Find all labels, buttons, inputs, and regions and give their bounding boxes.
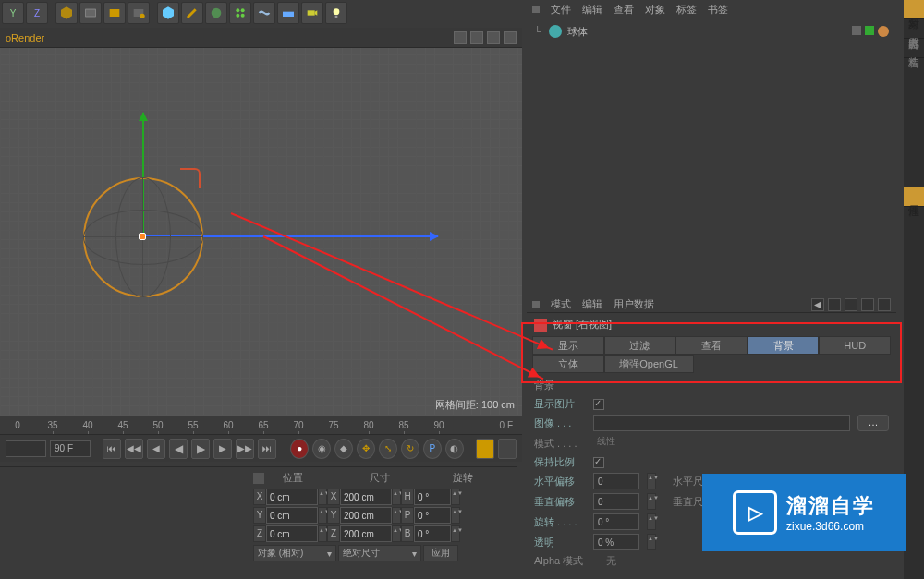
rot-h-input[interactable] [414, 489, 451, 505]
render-settings-button[interactable] [128, 2, 150, 24]
tab-hud[interactable]: HUD [819, 336, 891, 355]
rtab-structure[interactable]: 构造 [904, 39, 924, 58]
rot-b-input[interactable] [414, 525, 451, 542]
bg-rotate-input[interactable] [593, 513, 639, 530]
rot-p-input[interactable] [414, 507, 451, 524]
goto-end-button[interactable]: ⏭ [258, 439, 276, 459]
axis-y-button[interactable]: Y [2, 2, 24, 24]
tab-stereo[interactable]: 立体 [532, 355, 604, 373]
rtab-content-browser[interactable]: 内容浏览器 [904, 19, 924, 39]
key-pla-button[interactable]: ◐ [445, 439, 464, 459]
current-frame-input[interactable] [50, 440, 91, 457]
om-menu-object[interactable]: 对象 [645, 3, 665, 17]
goto-start-button[interactable]: ⏮ [103, 439, 121, 459]
render-button-1[interactable] [79, 2, 102, 24]
timeline-extra-1[interactable] [476, 439, 494, 459]
spinner-icon[interactable]: ▲▼ [451, 525, 460, 542]
rtab-objects[interactable]: 对象 [904, 0, 924, 19]
timeline-extra-2[interactable] [498, 439, 517, 459]
next-key-button[interactable]: ▶▶ [236, 439, 254, 459]
attrib-menu-edit[interactable]: 编辑 [582, 297, 602, 311]
nav-up-icon[interactable] [845, 298, 857, 311]
cube-tool-button[interactable] [55, 2, 78, 24]
viewport-zoom-icon[interactable] [470, 31, 483, 44]
autokey-button[interactable]: ◉ [312, 439, 331, 459]
spinner-icon[interactable]: ▲▼ [318, 525, 327, 542]
origin-gizmo[interactable] [139, 233, 146, 240]
frame-ruler[interactable]: 0 35 40 45 50 55 60 65 70 75 80 85 90 0 … [0, 416, 522, 434]
prev-key-button[interactable]: ◀◀ [125, 439, 143, 459]
om-menu-file[interactable]: 文件 [551, 3, 571, 17]
om-menu-edit[interactable]: 编辑 [582, 3, 602, 17]
history-fwd-icon[interactable] [828, 298, 841, 311]
lock-icon[interactable] [861, 298, 874, 311]
deformer-button[interactable] [253, 2, 275, 24]
v-offset-input[interactable] [593, 493, 639, 510]
enable-tag-icon[interactable] [865, 26, 874, 35]
cube-primitive-button[interactable] [157, 2, 179, 24]
viewport-canvas[interactable]: 网格间距: 100 cm [0, 48, 522, 416]
image-path-input[interactable] [593, 415, 850, 431]
phong-tag-icon[interactable] [878, 26, 889, 37]
pos-y-input[interactable] [266, 507, 318, 524]
key-move-button[interactable]: ✥ [357, 439, 375, 459]
prev-frame-button[interactable]: ◀ [147, 439, 165, 459]
spinner-icon[interactable]: ▲▼ [318, 489, 327, 505]
spinner-icon[interactable]: ▲▼ [318, 507, 327, 524]
key-options-button[interactable]: ◆ [334, 439, 353, 459]
spinner-icon[interactable]: ▲▼ [647, 534, 656, 550]
next-frame-button[interactable]: ▶ [213, 439, 232, 459]
size-z-input[interactable] [340, 525, 392, 542]
light-button[interactable] [325, 2, 347, 24]
tab-view[interactable]: 查看 [675, 336, 748, 355]
spinner-icon[interactable]: ▲▼ [451, 507, 460, 524]
apply-button[interactable]: 应用 [423, 545, 458, 561]
h-offset-input[interactable] [593, 473, 639, 489]
spinner-icon[interactable]: ▲▼ [647, 513, 656, 530]
key-param-button[interactable]: P [423, 439, 442, 459]
play-button[interactable]: ▶ [191, 439, 210, 459]
om-menu-view[interactable]: 查看 [614, 3, 634, 17]
record-button[interactable]: ● [290, 439, 309, 459]
key-rotate-button[interactable]: ↻ [401, 439, 419, 459]
visibility-tag-icon[interactable] [852, 26, 861, 35]
pos-mode-combo[interactable]: 对象 (相对)▾ [253, 545, 336, 561]
nurbs-button[interactable] [205, 2, 227, 24]
key-scale-button[interactable]: ⤡ [379, 439, 397, 459]
array-button[interactable] [229, 2, 251, 24]
play-back-button[interactable]: ◀ [169, 439, 188, 459]
start-frame-input[interactable] [6, 440, 46, 457]
opacity-input[interactable] [593, 534, 639, 550]
attrib-menu-mode[interactable]: 模式 [551, 297, 571, 311]
object-list[interactable]: └ 球体 [527, 18, 896, 44]
viewport-pan-icon[interactable] [454, 31, 467, 44]
camera-button[interactable] [301, 2, 323, 24]
spinner-icon[interactable]: ▲▼ [392, 507, 401, 524]
tab-filter[interactable]: 过滤 [604, 336, 676, 355]
om-menu-bookmarks[interactable]: 书签 [708, 3, 728, 17]
keep-ratio-checkbox[interactable] [593, 457, 604, 468]
tab-enhanced-opengl[interactable]: 增强OpenGL [604, 355, 694, 373]
history-back-icon[interactable]: ◀ [811, 298, 824, 311]
spinner-icon[interactable]: ▲▼ [647, 493, 656, 510]
spinner-icon[interactable]: ▲▼ [647, 473, 656, 489]
rtab-attributes[interactable]: 属性 [904, 187, 924, 207]
viewport-maximize-icon[interactable] [504, 31, 517, 44]
render-button-2[interactable] [103, 2, 126, 24]
tab-display[interactable]: 显示 [532, 336, 604, 355]
size-x-input[interactable] [340, 489, 392, 505]
browse-button[interactable]: … [857, 415, 889, 431]
object-item-sphere[interactable]: └ 球体 [534, 22, 889, 41]
size-mode-combo[interactable]: 绝对尺寸▾ [338, 545, 421, 561]
spinner-icon[interactable]: ▲▼ [392, 489, 401, 505]
pos-z-input[interactable] [266, 525, 318, 542]
pen-tool-button[interactable] [181, 2, 203, 24]
size-y-input[interactable] [340, 507, 392, 524]
om-menu-tags[interactable]: 标签 [676, 3, 697, 17]
tab-background[interactable]: 背景 [748, 336, 820, 355]
axis-z-button[interactable]: Z [26, 2, 48, 24]
spinner-icon[interactable]: ▲▼ [451, 489, 460, 505]
viewport-rotate-icon[interactable] [487, 31, 500, 44]
pos-x-input[interactable] [266, 489, 318, 505]
new-window-icon[interactable] [878, 298, 891, 311]
